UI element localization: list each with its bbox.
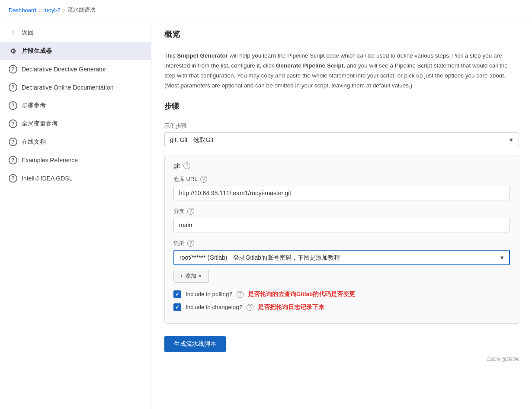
repo-url-help-icon[interactable]: ? [200, 176, 207, 183]
include-polling-help-icon[interactable]: ? [237, 291, 244, 298]
generate-pipeline-label: Generate Pipeline Script [276, 62, 343, 69]
help-circle-icon-3: ? [9, 101, 17, 110]
include-changelog-label: Include in changelog? [186, 304, 242, 310]
sample-step-select-wrapper: git: Git 选取Git ▼ [164, 132, 519, 147]
step-name-row: git ? [173, 162, 510, 169]
help-circle-icon-4: ? [9, 119, 17, 128]
branch-label-text: 分支 [173, 207, 185, 215]
sidebar: ↑ 返回 ⚙ 片段生成器 ? Declarative Directive Gen… [0, 20, 151, 409]
branch-input[interactable] [173, 218, 510, 232]
sidebar-item-examples-reference[interactable]: ? Examples Reference [0, 151, 151, 169]
footer-note: CSDN @ZRDK [164, 352, 519, 362]
overview-title: 概览 [164, 20, 519, 44]
help-circle-icon-1: ? [9, 65, 17, 74]
include-polling-note: 是否轮询的去查询Gitlab的代码是否变更 [248, 290, 355, 298]
include-polling-row: Include in polling? ? 是否轮询的去查询Gitlab的代码是… [173, 290, 510, 298]
steps-title: 步骤 [164, 101, 519, 115]
help-circle-icon-2: ? [9, 83, 17, 92]
overview-text-1: This [164, 52, 177, 59]
include-polling-label: Include in polling? [186, 291, 232, 297]
sidebar-item-snippet-label: 片段生成器 [22, 47, 52, 55]
sidebar-item-intellij-gdsl[interactable]: ? IntelliJ IDEA GDSL [0, 169, 151, 187]
step-name-help-icon[interactable]: ? [183, 162, 190, 169]
branch-help-icon[interactable]: ? [187, 208, 194, 215]
sidebar-item-snippet-generator[interactable]: ⚙ 片段生成器 [0, 42, 151, 60]
repo-url-label: 仓库 URL ? [173, 175, 510, 183]
overview-text: This Snippet Generator will help you lea… [164, 51, 519, 91]
gear-icon: ⚙ [9, 47, 17, 55]
breadcrumb-ruoyi[interactable]: ruoyi-2 [43, 7, 61, 13]
sample-step-label-text: 示例步骤 [164, 122, 187, 130]
credential-help-icon[interactable]: ? [187, 240, 194, 247]
repo-url-input[interactable] [173, 186, 510, 200]
step-name-label: git [173, 162, 180, 169]
add-button-label: 添加 [185, 272, 196, 280]
sample-step-select[interactable]: git: Git 选取Git [164, 132, 519, 147]
sidebar-item-declarative-directive-label: Declarative Directive Generator [22, 66, 106, 73]
help-circle-icon-6: ? [9, 156, 17, 164]
sidebar-item-back-label: 返回 [22, 29, 34, 37]
sample-step-label: 示例步骤 [164, 122, 519, 130]
sidebar-item-declarative-directive[interactable]: ? Declarative Directive Generator [0, 60, 151, 78]
add-plus-icon: + [180, 273, 183, 279]
sidebar-item-examples-label: Examples Reference [22, 157, 78, 164]
include-changelog-checkbox[interactable] [173, 303, 181, 311]
help-circle-icon-7: ? [9, 174, 17, 183]
sidebar-item-global-variables[interactable]: ? 全局变量参考 [0, 115, 151, 133]
credential-select-wrapper: root/****** (Gitlab) 登录Gitlab的账号密码，下图是添加… [173, 250, 510, 265]
breadcrumb: Dashboard › ruoyi-2 › 流水线语法 [0, 0, 532, 20]
breadcrumb-dashboard[interactable]: Dashboard [9, 7, 36, 13]
sidebar-item-intellij-label: IntelliJ IDEA GDSL [22, 175, 73, 182]
breadcrumb-current: 流水线语法 [67, 6, 96, 14]
credential-select[interactable]: root/****** (Gitlab) 登录Gitlab的账号密码，下图是添加… [173, 250, 510, 265]
sidebar-item-declarative-online-label: Declarative Online Documentation [22, 84, 113, 91]
main-content: 概览 This Snippet Generator will help you … [151, 20, 532, 409]
credential-label-text: 凭据 [173, 239, 185, 247]
add-dropdown-arrow-icon: ▼ [198, 274, 202, 278]
include-polling-checkbox[interactable] [173, 290, 181, 298]
step-config-box: git ? 仓库 URL ? 分支 ? 凭据 ? root/* [164, 155, 519, 324]
include-changelog-help-icon[interactable]: ? [247, 304, 253, 311]
include-changelog-note: 是否把轮询日志记录下来 [258, 303, 324, 311]
add-credential-button[interactable]: + 添加 ▼ [173, 270, 209, 283]
breadcrumb-sep-1: › [39, 7, 41, 13]
arrow-left-icon: ↑ [9, 29, 17, 37]
credential-label: 凭据 ? [173, 239, 510, 247]
breadcrumb-sep-2: › [63, 7, 65, 13]
help-circle-icon-5: ? [9, 138, 17, 146]
generate-pipeline-button[interactable]: 生成流水线脚本 [164, 336, 226, 352]
snippet-generator-label: Snippet Generator [177, 52, 228, 59]
include-changelog-row: Include in changelog? ? 是否把轮询日志记录下来 [173, 303, 510, 311]
sidebar-item-online-docs[interactable]: ? 在线文档 [0, 133, 151, 151]
branch-label: 分支 ? [173, 207, 510, 215]
sidebar-item-steps-label: 步骤参考 [22, 102, 46, 109]
sidebar-item-global-label: 全局变量参考 [22, 120, 58, 128]
sidebar-item-declarative-online[interactable]: ? Declarative Online Documentation [0, 78, 151, 97]
repo-url-label-text: 仓库 URL [173, 175, 198, 183]
sidebar-item-steps-reference[interactable]: ? 步骤参考 [0, 97, 151, 115]
sidebar-item-back[interactable]: ↑ 返回 [0, 24, 151, 42]
sidebar-item-online-label: 在线文档 [22, 138, 46, 146]
